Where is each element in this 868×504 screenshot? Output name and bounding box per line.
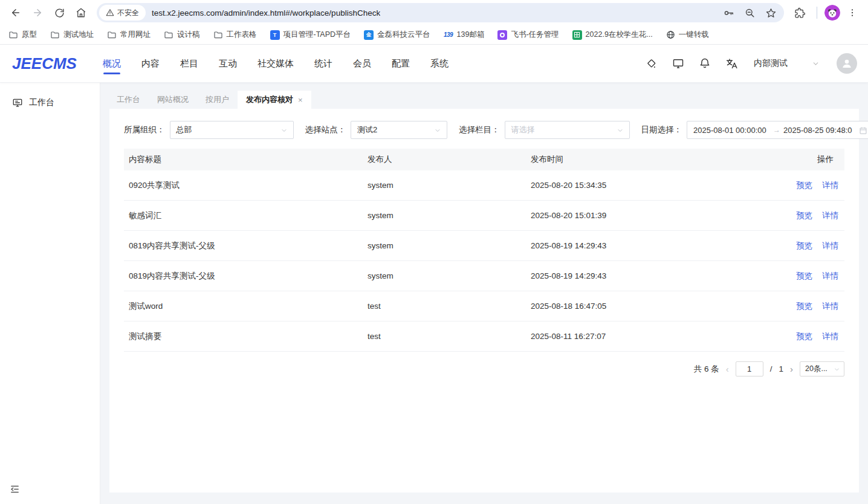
- date-filter-label: 日期选择：: [641, 124, 682, 135]
- pagination-total: 共 6 条: [694, 364, 719, 375]
- folder-icon: [164, 30, 173, 40]
- bell-icon[interactable]: [696, 54, 714, 73]
- bookmark-folder[interactable]: 测试地址: [50, 30, 94, 40]
- bookmark-folder[interactable]: 设计稿: [164, 30, 200, 40]
- folder-icon: [107, 30, 117, 40]
- date-end-value: 2025-08-25 09:48:0: [783, 126, 855, 135]
- table-row: 0819内容共享测试-父级 system 2025-08-19 14:29:43…: [124, 231, 844, 261]
- password-key-icon[interactable]: [723, 7, 734, 19]
- security-label: 不安全: [117, 8, 139, 18]
- cell-time: 2025-08-11 16:27:07: [526, 332, 777, 341]
- reload-icon[interactable]: [50, 3, 69, 22]
- nav-item-config[interactable]: 配置: [390, 45, 411, 82]
- forward-icon[interactable]: [28, 3, 47, 22]
- warning-triangle-icon: [106, 8, 114, 17]
- org-select[interactable]: 总部: [170, 121, 294, 139]
- jeecms-logo[interactable]: JEECMS: [12, 54, 102, 73]
- pagination-total-pages: 1: [779, 364, 783, 373]
- table-row: 0920共享测试 system 2025-08-20 15:34:35 预览 详…: [124, 170, 844, 201]
- table-row: 敏感词汇 system 2025-08-20 15:01:39 预览 详情: [124, 201, 844, 231]
- nav-item-social-media[interactable]: 社交媒体: [256, 45, 295, 82]
- bookmark-link[interactable]: 139 139邮箱: [444, 30, 485, 40]
- browser-menu-icon[interactable]: [843, 3, 862, 22]
- detail-link[interactable]: 详情: [822, 210, 838, 221]
- range-arrow-icon: →: [773, 126, 780, 134]
- toolbar-divider: [817, 7, 817, 19]
- tab-workbench[interactable]: 工作台: [108, 91, 149, 109]
- top-nav: 概况 内容 栏目 互动 社交媒体 统计 会员 配置 系统: [102, 45, 450, 82]
- cell-publisher: system: [363, 211, 526, 220]
- preview-link[interactable]: 预览: [796, 271, 812, 282]
- tab-by-user[interactable]: 按用户: [197, 91, 238, 109]
- sidebar: 工作台: [0, 83, 100, 504]
- preview-link[interactable]: 预览: [796, 180, 812, 191]
- bookmark-folder[interactable]: 常用网址: [107, 30, 151, 40]
- col-header-publisher: 发布人: [363, 154, 526, 165]
- nav-item-statistics[interactable]: 统计: [313, 45, 334, 82]
- security-chip[interactable]: 不安全: [99, 5, 146, 21]
- channel-select[interactable]: 请选择: [505, 121, 630, 139]
- profile-avatar-icon[interactable]: [824, 5, 840, 21]
- bookmark-star-icon[interactable]: [765, 7, 777, 19]
- nav-item-system[interactable]: 系统: [429, 45, 450, 82]
- date-range-picker[interactable]: 2025-08-01 00:00:00 → 2025-08-25 09:48:0: [687, 121, 868, 139]
- cell-publisher: system: [363, 181, 526, 190]
- bookmark-folder[interactable]: 原型: [8, 30, 37, 40]
- sidebar-item-workbench[interactable]: 工作台: [0, 83, 100, 108]
- nav-item-channel[interactable]: 栏目: [179, 45, 199, 82]
- date-start-value: 2025-08-01 00:00:00: [693, 126, 770, 135]
- user-avatar-icon[interactable]: [837, 53, 857, 74]
- nav-item-members[interactable]: 会员: [352, 45, 372, 82]
- detail-link[interactable]: 详情: [822, 271, 838, 282]
- preview-link[interactable]: 预览: [796, 241, 812, 251]
- main-area: 工作台 网站概况 按用户 发布内容核对 × 所属组织： 总部: [100, 83, 868, 504]
- chevron-down-icon[interactable]: [812, 60, 820, 68]
- detail-link[interactable]: 详情: [822, 331, 838, 342]
- preview-link[interactable]: 预览: [796, 331, 812, 342]
- calendar-icon: [859, 126, 867, 137]
- translate-icon[interactable]: [722, 54, 740, 73]
- preview-link[interactable]: 预览: [796, 301, 812, 312]
- bookmark-link[interactable]: 一键转载: [666, 30, 709, 40]
- clean-cache-icon[interactable]: [643, 54, 661, 73]
- nav-item-overview[interactable]: 概况: [102, 45, 122, 82]
- prev-page-icon[interactable]: ‹: [726, 364, 729, 373]
- cell-title: 测试摘要: [124, 331, 363, 342]
- workbench-monitor-icon: [12, 97, 23, 108]
- spreadsheet-favicon: [572, 30, 582, 40]
- bookmark-link[interactable]: 2022.9在校学生花...: [572, 30, 653, 40]
- back-icon[interactable]: [6, 3, 25, 22]
- close-icon[interactable]: ×: [298, 96, 303, 104]
- nav-item-content[interactable]: 内容: [140, 45, 161, 82]
- workspace-name[interactable]: 内部测试: [754, 58, 788, 69]
- tab-publish-check[interactable]: 发布内容核对 ×: [238, 91, 311, 109]
- tab-site-overview[interactable]: 网站概况: [149, 91, 197, 109]
- detail-link[interactable]: 详情: [822, 241, 838, 251]
- table-header-row: 内容标题 发布人 发布时间 操作: [124, 149, 844, 170]
- channel-filter-label: 选择栏目：: [459, 124, 500, 135]
- collapse-sidebar-icon[interactable]: [10, 484, 20, 497]
- home-icon[interactable]: [71, 3, 91, 22]
- address-bar[interactable]: 不安全 test.x2.jeecms.com/admin/index.html#…: [97, 3, 784, 22]
- pagination-separator: /: [770, 364, 772, 373]
- globe-favicon: [666, 30, 675, 39]
- bookmark-link[interactable]: T 项目管理-TAPD平台: [270, 30, 351, 40]
- site-select[interactable]: 测试2: [351, 121, 447, 139]
- bookmark-link[interactable]: 金 金磊科技云平台: [364, 30, 430, 40]
- bookmark-folder[interactable]: 工作表格: [213, 30, 257, 40]
- page-size-select[interactable]: 20条...: [800, 361, 844, 376]
- folder-icon: [213, 30, 223, 40]
- bookmark-link[interactable]: 飞书-任务管理: [497, 30, 559, 40]
- monitor-icon[interactable]: [669, 54, 687, 73]
- detail-link[interactable]: 详情: [822, 301, 838, 312]
- detail-link[interactable]: 详情: [822, 180, 838, 191]
- cell-time: 2025-08-20 15:01:39: [526, 211, 777, 220]
- next-page-icon[interactable]: ›: [790, 364, 793, 373]
- cell-publisher: test: [363, 302, 526, 311]
- extensions-icon[interactable]: [790, 3, 809, 22]
- page-number-input[interactable]: 1: [736, 361, 763, 376]
- cell-time: 2025-08-18 16:47:05: [526, 302, 777, 311]
- zoom-out-icon[interactable]: [744, 7, 756, 19]
- preview-link[interactable]: 预览: [796, 210, 812, 221]
- nav-item-interaction[interactable]: 互动: [218, 45, 238, 82]
